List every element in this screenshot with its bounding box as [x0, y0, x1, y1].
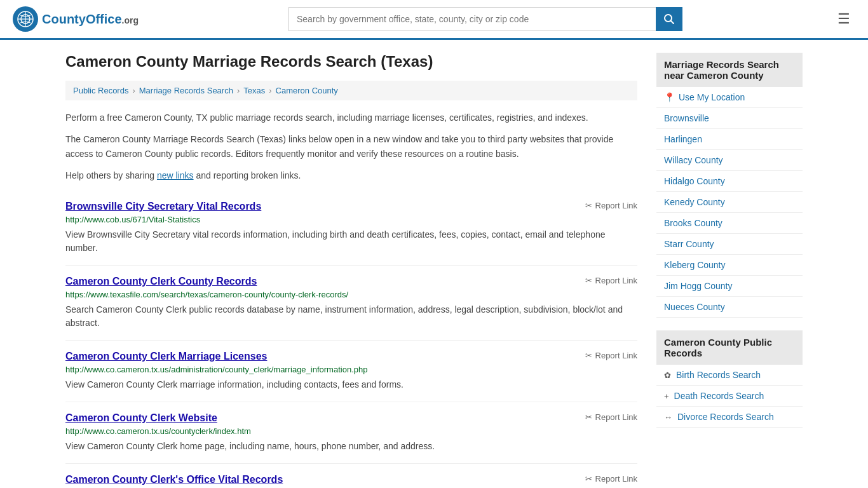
sidebar-item-jim-hogg-county[interactable]: Jim Hogg County — [656, 276, 803, 297]
result-title-2[interactable]: Cameron County Clerk County Records — [65, 276, 257, 287]
sidebar-nearby-section: Marriage Records Search near Cameron Cou… — [656, 53, 803, 318]
result-entry-4: Cameron County Clerk Website ✂ Report Li… — [65, 402, 637, 464]
report-link-button-2[interactable]: ✂ Report Link — [585, 276, 637, 285]
result-title-5[interactable]: Cameron County Clerk's Office Vital Reco… — [65, 474, 283, 485]
result-title-4[interactable]: Cameron County Clerk Website — [65, 412, 217, 424]
page-title: Cameron County Marriage Records Search (… — [65, 53, 637, 71]
search-area — [288, 7, 682, 31]
sidebar-item-birth-records[interactable]: ✿ Birth Records Search — [656, 365, 803, 386]
report-link-button-4[interactable]: ✂ Report Link — [585, 412, 637, 422]
main-wrapper: Cameron County Marriage Records Search (… — [53, 40, 815, 488]
result-url-4: http://www.co.cameron.tx.us/countyclerk/… — [65, 426, 637, 436]
breadcrumb-cameron-county[interactable]: Cameron County — [276, 86, 338, 95]
sidebar-item-starr-county[interactable]: Starr County — [656, 234, 803, 255]
result-url-3: http://www.co.cameron.tx.us/administrati… — [65, 365, 637, 374]
new-links-link[interactable]: new links — [157, 170, 194, 180]
results-list: Brownsville City Secretary Vital Records… — [65, 191, 637, 488]
use-my-location-link[interactable]: Use My Location — [679, 92, 745, 102]
sidebar-item-willacy-county[interactable]: Willacy County — [656, 150, 803, 171]
breadcrumb-sep-2: › — [237, 86, 240, 95]
result-entry-5: Cameron County Clerk's Office Vital Reco… — [65, 464, 637, 488]
description-1: Perform a free Cameron County, TX public… — [65, 111, 637, 125]
result-desc-3: View Cameron County Clerk marriage infor… — [65, 378, 637, 391]
result-entry-1: Brownsville City Secretary Vital Records… — [65, 191, 637, 266]
result-desc-4: View Cameron County Clerk home page, inc… — [65, 440, 637, 453]
logo-text: CountyOffice.org — [42, 12, 139, 27]
sidebar-item-death-records[interactable]: + Death Records Search — [656, 386, 803, 407]
sidebar-item-hidalgo-county[interactable]: Hidalgo County — [656, 171, 803, 192]
logo-area: CountyOffice.org — [13, 6, 139, 32]
sidebar-item-kleberg-county[interactable]: Kleberg County — [656, 255, 803, 276]
sidebar: Marriage Records Search near Cameron Cou… — [656, 53, 803, 488]
birth-records-icon: ✿ — [664, 370, 671, 380]
result-title-3[interactable]: Cameron County Clerk Marriage Licenses — [65, 351, 267, 362]
breadcrumb-sep-1: › — [132, 86, 135, 95]
logo-icon — [13, 6, 38, 32]
sidebar-item-divorce-records[interactable]: ↔ Divorce Records Search — [656, 407, 803, 428]
report-icon-2: ✂ — [585, 276, 592, 285]
result-desc-1: View Brownsville City Secretary vital re… — [65, 228, 637, 255]
result-entry-3: Cameron County Clerk Marriage Licenses ✂… — [65, 341, 637, 402]
sidebar-public-records-header: Cameron County Public Records — [656, 330, 803, 365]
sidebar-item-kenedy-county[interactable]: Kenedy County — [656, 192, 803, 213]
header: CountyOffice.org ☰ — [0, 0, 868, 40]
report-icon-3: ✂ — [585, 351, 592, 360]
breadcrumb-texas[interactable]: Texas — [243, 86, 265, 95]
search-button[interactable] — [656, 7, 682, 31]
result-entry-2: Cameron County Clerk County Records ✂ Re… — [65, 266, 637, 341]
content: Cameron County Marriage Records Search (… — [65, 53, 637, 488]
svg-line-5 — [671, 21, 674, 24]
report-icon-4: ✂ — [585, 412, 592, 422]
breadcrumb-public-records[interactable]: Public Records — [73, 86, 128, 95]
result-title-1[interactable]: Brownsville City Secretary Vital Records — [65, 201, 261, 212]
sidebar-item-harlingen[interactable]: Harlingen — [656, 129, 803, 150]
result-desc-2: Search Cameron County Clerk public recor… — [65, 303, 637, 330]
divorce-records-icon: ↔ — [664, 412, 672, 422]
search-input[interactable] — [288, 7, 656, 31]
report-icon-5: ✂ — [585, 474, 592, 484]
sidebar-public-records-section: Cameron County Public Records ✿ Birth Re… — [656, 330, 803, 428]
result-url-1: http://www.cob.us/671/Vital-Statistics — [65, 215, 637, 224]
result-url-2: https://www.texasfile.com/search/texas/c… — [65, 290, 637, 299]
report-link-button-5[interactable]: ✂ Report Link — [585, 474, 637, 484]
breadcrumb-marriage-records-search[interactable]: Marriage Records Search — [139, 86, 233, 95]
death-records-icon: + — [664, 391, 669, 401]
report-link-button-1[interactable]: ✂ Report Link — [585, 201, 637, 210]
location-pin-icon: 📍 — [664, 92, 675, 102]
breadcrumb: Public Records › Marriage Records Search… — [65, 81, 637, 100]
breadcrumb-sep-3: › — [269, 86, 271, 95]
sidebar-use-my-location[interactable]: 📍 Use My Location — [656, 87, 803, 108]
description-3: Help others by sharing new links and rep… — [65, 168, 637, 182]
description-2: The Cameron County Marriage Records Sear… — [65, 132, 637, 161]
report-link-button-3[interactable]: ✂ Report Link — [585, 351, 637, 360]
sidebar-item-brownsville[interactable]: Brownsville — [656, 108, 803, 129]
menu-button[interactable]: ☰ — [832, 8, 855, 30]
report-icon-1: ✂ — [585, 201, 592, 210]
sidebar-nearby-header: Marriage Records Search near Cameron Cou… — [656, 53, 803, 87]
sidebar-item-nueces-county[interactable]: Nueces County — [656, 297, 803, 318]
sidebar-item-brooks-county[interactable]: Brooks County — [656, 213, 803, 234]
